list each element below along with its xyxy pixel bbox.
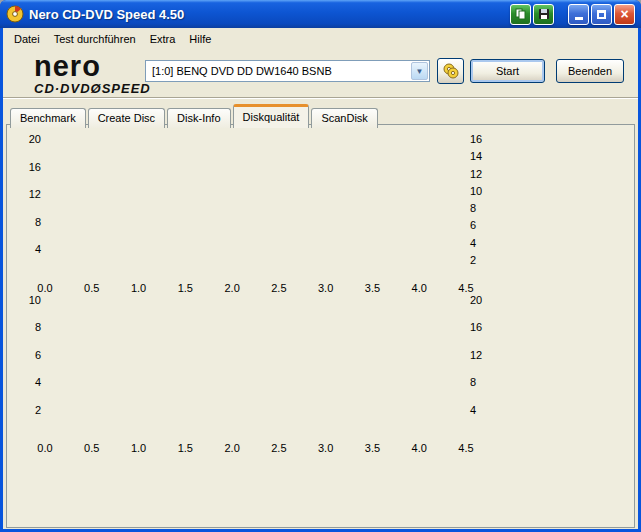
copy-icon — [515, 8, 526, 20]
x-axis-tick-label: 3.5 — [359, 442, 385, 454]
y-axis-tick-label: 8 — [15, 321, 41, 333]
nero-logo: nero CD·DVDØSPEED — [34, 52, 151, 95]
copy-results-button[interactable] — [510, 4, 531, 25]
titlebar: Nero CD-DVD Speed 4.50 × — [0, 0, 641, 28]
y-axis-tick-label: 12 — [470, 168, 496, 180]
maximize-icon — [597, 10, 606, 19]
y-axis-tick-label: 6 — [15, 349, 41, 361]
x-axis-tick-label: 0.5 — [79, 442, 105, 454]
app-window: Nero CD-DVD Speed 4.50 × DateiT — [0, 0, 641, 532]
y-axis-tick-label: 8 — [15, 216, 41, 228]
tabstrip: BenchmarkCreate DiscDisk-InfoDiskqualitä… — [10, 104, 380, 128]
x-axis-tick-label: 1.5 — [172, 442, 198, 454]
x-axis-tick-label: 2.0 — [219, 282, 245, 294]
drive-select[interactable]: [1:0] BENQ DVD DD DW1640 BSNB ▼ — [145, 60, 430, 82]
tab-panel — [6, 124, 635, 528]
tab-benchmark[interactable]: Benchmark — [10, 108, 86, 128]
y-axis-tick-label: 10 — [15, 294, 41, 306]
y-axis-tick-label: 16 — [15, 161, 41, 173]
x-axis-tick-label: 1.0 — [126, 282, 152, 294]
menu-item-datei[interactable]: Datei — [7, 31, 47, 47]
x-axis-tick-label: 1.5 — [172, 282, 198, 294]
x-axis-tick-label: 3.5 — [359, 282, 385, 294]
eject-disc-icon — [442, 62, 460, 80]
y-axis-tick-label: 10 — [470, 185, 496, 197]
menu-item-extra[interactable]: Extra — [143, 31, 183, 47]
x-axis-tick-label: 4.0 — [406, 282, 432, 294]
cdspeed-logo-text: CD·DVDØSPEED — [34, 82, 151, 95]
tab-scandisk[interactable]: ScanDisk — [311, 108, 377, 128]
menu-item-hilfe[interactable]: Hilfe — [182, 31, 218, 47]
y-axis-tick-label: 16 — [470, 321, 496, 333]
window-title: Nero CD-DVD Speed 4.50 — [29, 7, 510, 22]
x-axis-tick-label: 0.5 — [79, 282, 105, 294]
y-axis-tick-label: 14 — [470, 150, 496, 162]
x-axis-tick-label: 4.5 — [453, 282, 479, 294]
y-axis-tick-label: 8 — [470, 376, 496, 388]
x-axis-tick-label: 0.0 — [32, 282, 58, 294]
y-axis-tick-label: 8 — [470, 202, 496, 214]
y-axis-tick-label: 16 — [470, 133, 496, 145]
close-icon: × — [620, 7, 628, 21]
minimize-icon — [575, 17, 583, 20]
menubar: DateiTest durchführenExtraHilfe — [3, 28, 638, 49]
y-axis-tick-label: 20 — [470, 294, 496, 306]
x-axis-tick-label: 2.5 — [266, 282, 292, 294]
x-axis-tick-label: 0.0 — [32, 442, 58, 454]
y-axis-tick-label: 4 — [15, 243, 41, 255]
drive-select-value: [1:0] BENQ DVD DD DW1640 BSNB — [146, 65, 411, 77]
save-icon — [538, 8, 550, 20]
save-results-button[interactable] — [533, 4, 554, 25]
start-button[interactable]: Start — [470, 59, 545, 83]
x-axis-tick-label: 4.0 — [406, 442, 432, 454]
maximize-button[interactable] — [591, 4, 612, 25]
nero-logo-text: nero — [34, 52, 151, 81]
x-axis-tick-label: 3.0 — [313, 282, 339, 294]
x-axis-tick-label: 2.5 — [266, 442, 292, 454]
toolbar-separator — [3, 97, 638, 99]
y-axis-tick-label: 4 — [470, 404, 496, 416]
quit-button[interactable]: Beenden — [556, 59, 624, 83]
tab-diskqualität[interactable]: Diskqualität — [233, 104, 310, 128]
y-axis-tick-label: 2 — [470, 254, 496, 266]
x-axis-tick-label: 3.0 — [313, 442, 339, 454]
y-axis-tick-label: 12 — [470, 349, 496, 361]
tab-disk-info[interactable]: Disk-Info — [167, 108, 230, 128]
y-axis-tick-label: 2 — [15, 404, 41, 416]
app-icon — [6, 5, 24, 23]
x-axis-tick-label: 1.0 — [126, 442, 152, 454]
chevron-down-icon[interactable]: ▼ — [411, 62, 428, 80]
eject-button[interactable] — [437, 58, 464, 84]
tab-create-disc[interactable]: Create Disc — [88, 108, 165, 128]
close-button[interactable]: × — [614, 4, 635, 25]
y-axis-tick-label: 20 — [15, 133, 41, 145]
y-axis-tick-label: 4 — [15, 376, 41, 388]
y-axis-tick-label: 4 — [470, 237, 496, 249]
y-axis-tick-label: 12 — [15, 188, 41, 200]
x-axis-tick-label: 2.0 — [219, 442, 245, 454]
x-axis-tick-label: 4.5 — [453, 442, 479, 454]
minimize-button[interactable] — [568, 4, 589, 25]
menu-item-test-durchführen[interactable]: Test durchführen — [47, 31, 143, 47]
y-axis-tick-label: 6 — [470, 219, 496, 231]
